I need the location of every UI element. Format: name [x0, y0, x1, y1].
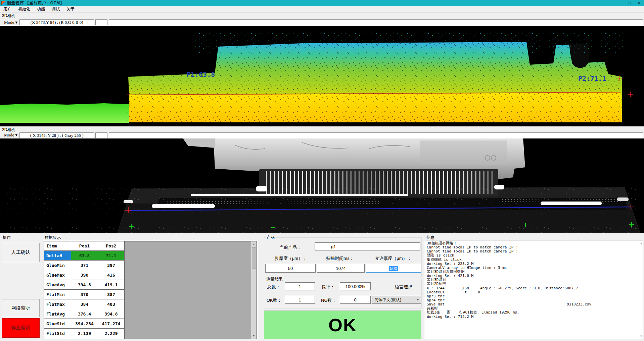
cell-pos1: 2583.5 — [71, 338, 98, 339]
table-row[interactable]: GlueAvg 394.8 419.1 — [44, 280, 125, 290]
log-scroll-down-icon[interactable]: ▼ — [640, 334, 642, 338]
camera2d-statusbar: ( X 3145, Y 28 ) : ( Gray 255 ) — [19, 132, 643, 138]
p2-annotation: P2:71.1 — [578, 74, 606, 82]
allowed-thickness-label: 允许厚度（μm）： — [365, 255, 422, 262]
total-count-input[interactable]: 1 — [285, 282, 315, 290]
scan-time-input[interactable]: 1074 — [317, 264, 365, 273]
cell-pos2: 417.274 — [98, 319, 125, 328]
col-header-pos2: Pos2 — [98, 241, 125, 250]
table-row[interactable]: FlatAvg 376.4 394.8 — [44, 309, 125, 319]
maximize-button[interactable]: □ — [625, 0, 634, 6]
cell-pos1: 2.139 — [71, 329, 98, 338]
stop-listen-button[interactable]: 停止监听 — [2, 318, 40, 338]
grayscale-2d-view[interactable] — [0, 138, 644, 233]
log-line: Save dat 9110233.csv — [427, 302, 641, 306]
ng-count-input[interactable]: 0 — [340, 296, 371, 304]
scan-time-label: 扫描时间ms： — [316, 255, 364, 262]
cell-pos2: 387 — [98, 290, 125, 299]
table-row[interactable]: DeltaH 63.8 71.1 — [44, 251, 125, 261]
cell-pos2: 397 — [98, 261, 125, 270]
camera3d-statusbar: (X 5473,Y 84) : (R 0,G 0,B 0) — [19, 19, 643, 25]
menu-user[interactable]: 用户 — [0, 6, 15, 13]
camera3d-status-extra — [109, 19, 643, 25]
ng-count-label: NG数： — [321, 297, 336, 303]
window-controls: ─ □ ✕ — [616, 0, 643, 6]
log-line: Working Set : 712.2 M — [427, 315, 641, 319]
menu-about[interactable]: 关于 — [63, 6, 78, 13]
table-row[interactable]: GlueMin 371 397 — [44, 261, 125, 270]
manual-confirm-button[interactable]: 人工确认 — [2, 243, 40, 262]
table-row[interactable]: FlatMin 370 387 — [44, 290, 125, 299]
close-button[interactable]: ✕ — [635, 0, 643, 6]
film-thickness-input[interactable]: 50 — [265, 264, 316, 273]
log-line: LocateLi t : 0 — [427, 290, 641, 294]
menu-bar: 用户 初始化 功能 调试 关于 — [0, 6, 644, 13]
cell-item: FlatStd — [44, 329, 71, 338]
table-row[interactable]: FlatMax 384 403 — [44, 299, 125, 309]
mode-dropdown-arrow-icon: ▾ — [15, 20, 18, 25]
yield-input[interactable]: 100.000% — [340, 282, 371, 290]
log-line: 登陆 is click — [427, 253, 641, 258]
cell-pos1: 390 — [71, 270, 98, 280]
log-scroll-up-icon[interactable]: ▲ — [640, 241, 642, 245]
current-product-input[interactable]: g1 — [315, 242, 420, 250]
log-line: 加载3张 图 行AOI检查, Elapsed 19296 ms. — [427, 310, 641, 315]
cell-pos1: 63.8 — [71, 251, 98, 260]
heightmap-3d-view[interactable]: P1:63.8 P2:71.1 — [0, 26, 644, 126]
data-display-box: Item Pos1 Pos2 DeltaH 63.8 71.1 GlueMin … — [44, 241, 257, 339]
info-log[interactable]: 3D相机没有网络！ Cannot find local IP to match … — [425, 240, 643, 339]
log-line: X : 3744 /58 Angle : -0.279, Score : 0.0… — [427, 286, 641, 290]
camera3d-pixel-readout: (X 5473,Y 84) : (R 0,G 0,B 0) — [19, 19, 94, 25]
cell-item: GlueStd — [44, 319, 71, 328]
cell-pos1: 394.8 — [71, 280, 98, 289]
cell-pos1: 370 — [71, 290, 98, 299]
table-scrollbar[interactable]: ▲ ▼ — [251, 241, 257, 339]
cell-pos2: 7966.7 — [98, 338, 125, 339]
table-row[interactable]: X 2583.5 7966.7 — [44, 338, 125, 339]
cell-item: GlueMax — [44, 270, 71, 280]
cell-pos2: 419.1 — [98, 280, 125, 289]
speckle-noise-3d — [128, 41, 622, 122]
total-label: 总数： — [267, 284, 280, 290]
table-header-row: Item Pos1 Pos2 — [44, 241, 125, 251]
grayscale-2d-image — [0, 138, 644, 233]
table-row[interactable]: FlatStd 2.139 2.229 — [44, 329, 125, 338]
ok-count-input[interactable]: 1 — [285, 296, 315, 304]
language-select[interactable]: 简体中文(默认) ▼ — [372, 296, 421, 304]
network-listen-button[interactable]: 网络监听 — [2, 299, 40, 317]
log-line: Working Set : 421.0 M — [427, 274, 641, 278]
scroll-up-icon[interactable]: ▲ — [251, 241, 257, 247]
window-title: 测量程序 【当前用户：OEM】 — [7, 0, 64, 6]
camera2d-pixel-readout: ( X 3145, Y 28 ) : ( Gray 255 ) — [19, 132, 94, 138]
menu-debug[interactable]: 调试 — [48, 6, 63, 13]
product-section-label: 产品 — [265, 235, 276, 240]
camera3d-mode-button[interactable]: Mode ▾ — [2, 19, 19, 25]
cell-pos1: 384 — [71, 299, 98, 309]
allowed-thickness-input[interactable]: 500 — [366, 264, 421, 273]
language-label: 语言选择 — [386, 284, 421, 290]
camera2d-mode-button[interactable]: Mode ▾ — [2, 132, 19, 138]
pcb-bright-area-2d — [420, 140, 507, 165]
cell-item: X — [44, 338, 71, 339]
minimize-button[interactable]: ─ — [616, 0, 625, 6]
table-row[interactable]: GlueMax 390 416 — [44, 270, 125, 280]
application-window: 测量程序 【当前用户：OEM】 ─ □ ✕ 用户 初始化 功能 调试 关于 3D… — [0, 0, 644, 341]
cell-item: FlatMax — [44, 299, 71, 309]
camera2d-status-spacer — [95, 132, 107, 138]
measurement-table[interactable]: Item Pos1 Pos2 DeltaH 63.8 71.1 GlueMin … — [44, 241, 125, 339]
title-bar: 测量程序 【当前用户：OEM】 ─ □ ✕ — [0, 0, 644, 6]
log-line: 集成调试 is click — [427, 258, 641, 262]
yield-label: 良率： — [322, 284, 335, 290]
table-row[interactable]: GlueStd 394.234 417.274 — [44, 319, 125, 329]
cell-item: FlatAvg — [44, 309, 71, 319]
scrollbar-thumb[interactable] — [252, 247, 256, 269]
cell-pos2: 403 — [98, 299, 125, 309]
current-product-label: 当前产品： — [279, 244, 301, 250]
menu-initialize[interactable]: 初始化 — [15, 6, 34, 13]
app-icon — [1, 1, 5, 5]
cell-pos2: 394.8 — [98, 309, 125, 319]
menu-function[interactable]: 功能 — [34, 6, 48, 13]
scroll-down-icon[interactable]: ▼ — [251, 333, 257, 339]
log-line: hpr3 thr — [427, 294, 641, 298]
cell-item: DeltaH — [44, 251, 71, 260]
